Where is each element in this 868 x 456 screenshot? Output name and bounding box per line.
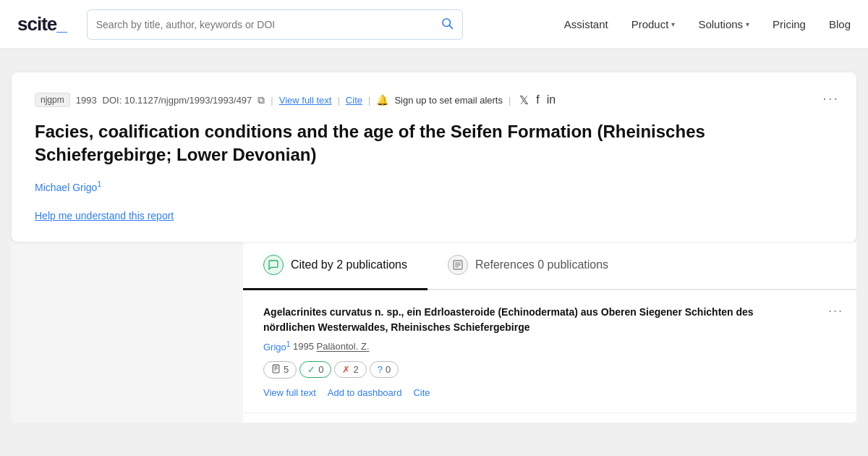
citation-title: Agelacrinites curvatus n. sp., ein Edrlo… [263,305,836,335]
sidebar-left [12,242,243,423]
tabs-panel: Cited by 2 publications References 0 pub… [243,242,856,423]
paper-year: 1993 [76,95,97,106]
stat-contrasting: ✗ 2 [334,361,366,378]
stat-mentioning: ? 0 [370,361,399,378]
nav-solutions[interactable]: Solutions ▾ [698,18,749,30]
bell-icon: 🔔 [376,94,388,106]
search-icon[interactable] [441,17,454,32]
twitter-icon[interactable]: 𝕏 [519,93,529,107]
citation-card: Agelacrinites curvatus n. sp., ein Edrlo… [243,290,856,413]
citation-meta: Grigo1 1995 Paläontol. Z. [263,339,836,352]
bottom-section: Cited by 2 publications References 0 pub… [12,242,856,423]
linkedin-icon[interactable]: in [547,93,556,107]
citation-journal[interactable]: Paläontol. Z. [317,342,370,352]
citation-cite[interactable]: Cite [413,387,430,398]
tab-references[interactable]: References 0 publications [427,242,629,290]
sign-up-text[interactable]: Sign up to set email alerts [394,95,503,106]
copy-icon[interactable]: ⧉ [258,94,265,106]
check-icon: ✓ [307,364,315,375]
social-icons: 𝕏 f in [519,93,556,107]
nav-product[interactable]: Product ▾ [631,18,676,30]
stat-total: 5 [263,361,297,379]
search-input[interactable] [96,19,435,30]
header: scite_ Assistant Product ▾ Solutions ▾ P… [0,0,868,49]
author-link[interactable]: Michael Grigo1 [35,180,101,193]
citation-add-to-dashboard[interactable]: Add to dashboard [328,387,402,398]
cited-by-icon [263,255,284,275]
tabs-header: Cited by 2 publications References 0 pub… [243,242,856,290]
journal-badge: njgpm [35,93,70,107]
nav-blog[interactable]: Blog [829,18,851,30]
stat-supporting: ✓ 0 [299,361,331,378]
paper-title: Facies, coalification conditions and the… [35,120,833,167]
question-icon: ? [378,364,383,375]
tab-references-label: References 0 publications [475,258,608,271]
facebook-icon[interactable]: f [536,93,539,107]
nav-pricing[interactable]: Pricing [773,18,806,30]
references-icon [448,255,468,275]
chevron-down-icon: ▾ [671,20,675,28]
document-icon [271,364,281,376]
action-links: View full text Add to dashboard Cite [263,387,836,398]
citation-view-full-text[interactable]: View full text [263,387,316,398]
paper-meta: njgpm 1993 DOI: 10.1127/njgpm/1993/1993/… [35,93,833,107]
svg-line-1 [449,25,452,28]
search-bar[interactable] [87,9,463,40]
main-wrapper: njgpm 1993 DOI: 10.1127/njgpm/1993/1993/… [0,49,868,446]
paper-doi: DOI: 10.1127/njgpm/1993/1993/497 [103,95,252,106]
citation-more-icon[interactable]: ··· [828,303,843,318]
cite-link[interactable]: Cite [346,95,362,106]
stats-row: 5 ✓ 0 ✗ 2 ? 0 [263,361,836,379]
citation-author[interactable]: Grigo1 [263,342,293,352]
tab-cited-by-label: Cited by 2 publications [291,258,407,271]
tab-cited-by[interactable]: Cited by 2 publications [243,242,427,290]
cross-icon: ✗ [342,364,350,375]
paper-card: njgpm 1993 DOI: 10.1127/njgpm/1993/1993/… [12,72,856,242]
author-sup: 1 [97,180,101,188]
more-options-icon[interactable]: ··· [822,90,839,106]
view-full-text-link[interactable]: View full text [279,95,332,106]
nav-assistant[interactable]: Assistant [564,18,608,30]
help-understand-link[interactable]: Help me understand this report [35,210,174,221]
chevron-down-icon: ▾ [746,20,749,28]
logo[interactable]: scite_ [17,13,67,35]
nav: Assistant Product ▾ Solutions ▾ Pricing … [564,18,851,30]
